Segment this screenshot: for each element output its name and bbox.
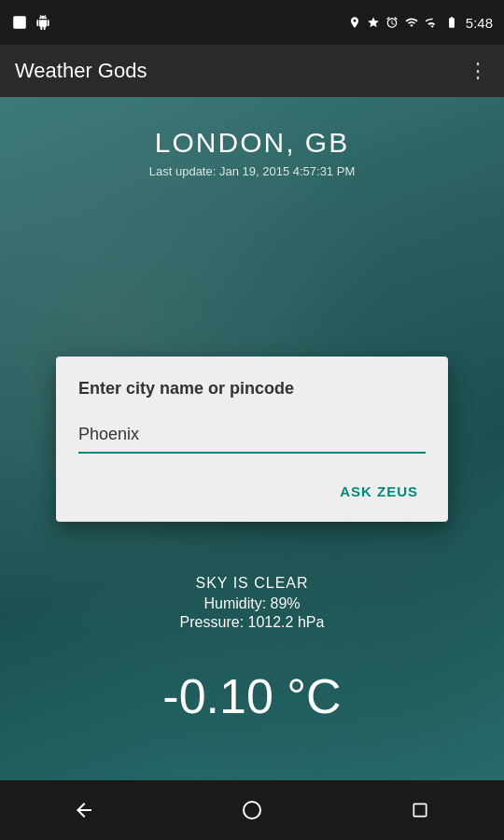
status-time: 5:48 [466, 15, 493, 31]
svg-rect-1 [413, 804, 426, 816]
app-bar: Weather Gods ⋮ [0, 45, 504, 97]
nav-back-button[interactable] [56, 782, 112, 838]
wifi-icon [404, 16, 419, 29]
battery-icon [443, 16, 460, 29]
nav-bar [0, 780, 504, 840]
dialog-overlay: Enter city name or pincode ASK ZEUS [0, 97, 504, 780]
dialog-actions: ASK ZEUS [78, 476, 426, 507]
location-icon [348, 16, 361, 29]
city-dialog: Enter city name or pincode ASK ZEUS [56, 357, 448, 522]
android-icon [35, 15, 50, 30]
alarm-icon [385, 16, 399, 29]
dialog-title: Enter city name or pincode [78, 379, 426, 399]
photo-icon [11, 14, 28, 31]
status-bar: 5:48 [0, 0, 504, 45]
nav-recent-button[interactable] [392, 782, 448, 838]
background-content: LONDON, GB Last update: Jan 19, 2015 4:5… [0, 97, 504, 780]
status-bar-left-icons [11, 14, 50, 31]
status-bar-right-icons: 5:48 [348, 15, 493, 31]
city-input[interactable] [78, 421, 426, 454]
nav-home-button[interactable] [224, 782, 280, 838]
ask-zeus-button[interactable]: ASK ZEUS [332, 476, 426, 507]
app-title: Weather Gods [15, 59, 147, 83]
svg-point-0 [244, 802, 260, 819]
signal-icon [425, 16, 438, 29]
more-options-icon[interactable]: ⋮ [468, 59, 489, 83]
star-icon [367, 16, 380, 29]
